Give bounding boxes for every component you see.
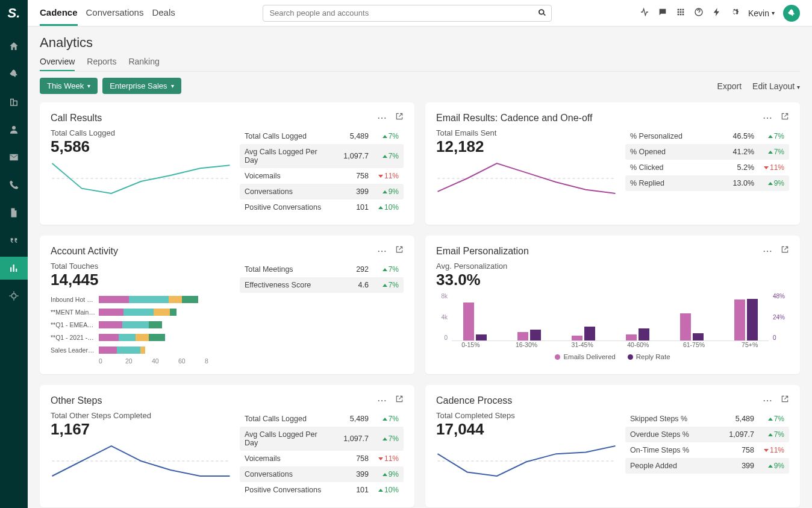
legend-item: Emails Delivered (555, 353, 615, 360)
tab-cadence[interactable]: Cadence (40, 1, 78, 26)
filter-time[interactable]: This Week▾ (40, 78, 98, 94)
stat-value: 46.5% (718, 132, 754, 140)
stat-row: Avg Calls Logged Per Day 1,097.7 7% (240, 144, 404, 168)
metric-value: 1,167 (51, 420, 231, 439)
vbar-group (452, 303, 498, 340)
stat-label: Total Calls Logged (245, 415, 333, 423)
stat-label: Voicemails (245, 454, 333, 463)
apps-icon[interactable] (676, 7, 686, 19)
hbar-label: Sales Leader C... (51, 347, 99, 354)
nav-target[interactable] (0, 284, 28, 307)
stat-value: 399 (333, 187, 369, 196)
nav-phone[interactable] (0, 174, 28, 196)
stat-value: 5,489 (333, 415, 369, 423)
stat-label: % Personalized (630, 132, 718, 140)
bolt-icon[interactable] (712, 7, 722, 19)
avatar[interactable] (783, 5, 800, 22)
stat-row: Effectiveness Score 4.6 7% (240, 277, 404, 293)
filter-team[interactable]: Enterprise Sales▾ (102, 78, 181, 94)
stat-row: Total Calls Logged 5,489 7% (240, 411, 404, 427)
chevron-down-icon: ▾ (772, 10, 775, 16)
edit-layout-button[interactable]: Edit Layout ▾ (752, 81, 800, 91)
card-title: Email Personalization (436, 246, 529, 257)
hbar-row: **Q1 - 2021 - S... (51, 332, 231, 343)
stat-value: 1,097.7 (718, 430, 754, 439)
metric-label: Avg. Personalization (436, 262, 789, 271)
nav-file[interactable] (0, 201, 28, 224)
metric-label: Total Emails Sent (436, 128, 617, 137)
stat-value: 758 (333, 172, 369, 180)
more-icon[interactable]: ⋯ (377, 112, 387, 124)
stat-row: % Personalized 46.5% 7% (625, 128, 789, 144)
card-cadence-process: Cadence Process ⋯ Total Completed Steps … (425, 385, 800, 507)
stat-value: 41.2% (718, 148, 754, 156)
hbar-label: Inbound Hot Le... (51, 296, 99, 303)
user-name: Kevin (748, 8, 769, 18)
subtab-reports[interactable]: Reports (87, 53, 116, 71)
help-icon[interactable] (694, 7, 704, 19)
metric-value: 14,445 (51, 271, 231, 289)
metric-value: 33.0% (436, 271, 789, 289)
stat-label: People Added (630, 462, 718, 470)
user-menu[interactable]: Kevin▾ (748, 8, 775, 18)
nav-building[interactable] (0, 90, 28, 113)
popout-icon[interactable] (781, 112, 789, 124)
nav-person[interactable] (0, 118, 28, 141)
tab-deals[interactable]: Deals (152, 1, 175, 26)
stat-label: Avg Calls Logged Per Day (245, 430, 333, 447)
stat-delta: 10% (369, 486, 399, 494)
global-search[interactable] (263, 5, 552, 22)
nav-rocket[interactable] (0, 63, 28, 86)
stat-delta: 11% (754, 446, 784, 454)
subtab-overview[interactable]: Overview (40, 53, 75, 71)
more-icon[interactable]: ⋯ (377, 245, 387, 257)
stat-delta: 7% (369, 132, 399, 140)
stat-label: Conversations (245, 470, 333, 478)
more-icon[interactable]: ⋯ (763, 395, 772, 406)
chevron-down-icon: ▾ (171, 83, 174, 89)
chat-icon[interactable] (658, 7, 667, 19)
stat-label: Overdue Steps % (630, 430, 718, 439)
popout-icon[interactable] (781, 395, 789, 406)
stat-label: % Clicked (630, 163, 718, 172)
card-other-steps: Other Steps ⋯ Total Other Steps Complete… (40, 385, 414, 507)
stat-value: 5,489 (718, 415, 754, 423)
stat-delta: 10% (369, 203, 399, 212)
nav-mail[interactable] (0, 146, 28, 169)
nav-quote[interactable] (0, 229, 28, 252)
stat-value: 1,097.7 (333, 434, 369, 443)
nav-home[interactable] (0, 35, 28, 58)
popout-icon[interactable] (395, 395, 404, 406)
more-icon[interactable]: ⋯ (763, 245, 772, 257)
stat-value: 101 (333, 486, 369, 494)
nav-analytics[interactable] (0, 257, 28, 280)
subtab-ranking[interactable]: Ranking (128, 53, 159, 71)
export-button[interactable]: Export (717, 81, 742, 91)
stat-label: % Replied (630, 179, 718, 187)
stat-label: Conversations (245, 187, 333, 196)
activity-icon[interactable] (640, 7, 649, 19)
popout-icon[interactable] (395, 112, 404, 124)
card-title: Account Activity (51, 246, 118, 257)
vbar-group (560, 327, 606, 340)
metric-label: Total Calls Logged (51, 128, 231, 137)
stat-label: Effectiveness Score (245, 281, 333, 289)
settings-icon[interactable] (730, 7, 740, 19)
more-icon[interactable]: ⋯ (377, 395, 387, 406)
card-call-results: Call Results ⋯ Total Calls Logged 5,586 … (40, 102, 414, 225)
more-icon[interactable]: ⋯ (763, 112, 772, 124)
popout-icon[interactable] (781, 245, 789, 257)
tab-conversations[interactable]: Conversations (86, 1, 144, 26)
stat-label: % Opened (630, 148, 718, 156)
card-title: Other Steps (51, 395, 102, 406)
stat-delta: 11% (369, 172, 399, 180)
stat-row: Conversations 399 9% (240, 184, 404, 199)
search-input[interactable] (269, 5, 545, 21)
card-title: Email Results: Cadence and One-off (436, 113, 592, 124)
chevron-down-icon: ▾ (797, 84, 800, 90)
card-title: Call Results (51, 113, 102, 124)
stat-label: Positive Conversations (245, 203, 333, 212)
app-logo[interactable]: S. (5, 5, 22, 22)
popout-icon[interactable] (395, 245, 404, 257)
hbar-label: **Q1 - EMEA SMB (51, 321, 99, 328)
